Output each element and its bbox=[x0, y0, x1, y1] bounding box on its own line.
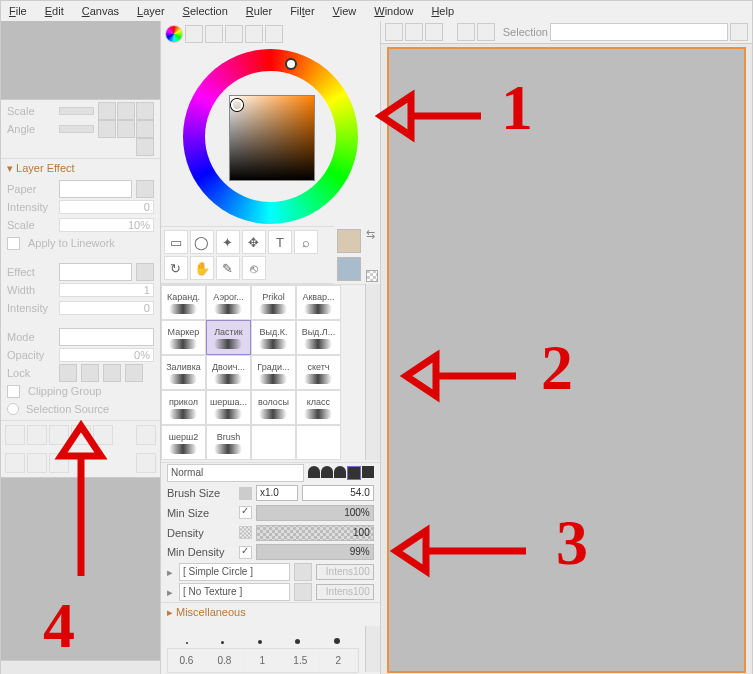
size-preset-scrollbar[interactable] bbox=[365, 626, 380, 672]
flatten-icon[interactable] bbox=[27, 453, 47, 473]
density-value[interactable]: 100 bbox=[256, 525, 374, 541]
new-folder-icon[interactable] bbox=[49, 425, 69, 445]
duplicate-icon[interactable] bbox=[136, 453, 156, 473]
min-size-value[interactable]: 100% bbox=[256, 505, 374, 521]
brush-size-pressure-toggle[interactable] bbox=[239, 487, 252, 500]
clear-icon[interactable] bbox=[93, 425, 113, 445]
scale2-input[interactable]: 10% bbox=[59, 218, 154, 232]
min-density-pressure-toggle[interactable] bbox=[239, 546, 252, 559]
lock-pixel-icon[interactable] bbox=[81, 364, 99, 382]
eyedropper-tool[interactable]: ✎ bbox=[216, 256, 240, 280]
brush-скетч[interactable]: скетч bbox=[296, 355, 341, 390]
transparent-color-icon[interactable] bbox=[366, 270, 378, 282]
misc-header[interactable]: Miscellaneous bbox=[161, 602, 380, 622]
paper-select[interactable] bbox=[59, 180, 132, 198]
tip-shape-1[interactable] bbox=[308, 466, 320, 478]
brush-Каранд.[interactable]: Каранд. bbox=[161, 285, 206, 320]
intensity2-input[interactable]: 0 bbox=[59, 301, 154, 315]
swatches-mode-icon[interactable] bbox=[245, 25, 263, 43]
text-tool[interactable]: T bbox=[268, 230, 292, 254]
rotate-tool[interactable]: ↻ bbox=[164, 256, 188, 280]
layer-list[interactable] bbox=[1, 477, 160, 660]
angle-slider[interactable] bbox=[59, 125, 94, 133]
hsv-slider-mode-icon[interactable] bbox=[205, 25, 223, 43]
brush-класс[interactable]: класс bbox=[296, 390, 341, 425]
color-wheel[interactable] bbox=[183, 49, 358, 220]
size-preset-table[interactable]: 0.60.811.52 bbox=[167, 648, 359, 673]
selection-mode-icon[interactable] bbox=[477, 23, 495, 41]
brush-Выд.Л...[interactable]: Выд.Л... bbox=[296, 320, 341, 355]
tip-shape-3[interactable] bbox=[334, 466, 346, 478]
selection-next-icon[interactable] bbox=[730, 23, 748, 41]
layer-scroll[interactable] bbox=[1, 660, 160, 674]
menu-help[interactable]: Help bbox=[431, 5, 454, 17]
selection-tool-icon[interactable] bbox=[457, 23, 475, 41]
blend-mode-select[interactable]: Normal bbox=[167, 464, 304, 482]
texture-expand-icon[interactable]: ▸ bbox=[167, 586, 175, 599]
zoom-in-button[interactable] bbox=[136, 102, 154, 120]
rect-select-tool[interactable]: ▭ bbox=[164, 230, 188, 254]
opacity-input[interactable]: 0% bbox=[59, 348, 154, 362]
clipping-group-checkbox[interactable] bbox=[7, 385, 20, 398]
change-color-tool[interactable]: ⎋ bbox=[242, 256, 266, 280]
menu-ruler[interactable]: Ruler bbox=[246, 5, 272, 17]
menu-edit[interactable]: Edit bbox=[45, 5, 64, 17]
zoom-tool[interactable]: ⌕ bbox=[294, 230, 318, 254]
flip-h-button[interactable] bbox=[136, 138, 154, 156]
fg-color-swatch[interactable] bbox=[337, 229, 361, 253]
new-layer-icon[interactable] bbox=[5, 425, 25, 445]
scale-slider[interactable] bbox=[59, 107, 94, 115]
menu-window[interactable]: Window bbox=[374, 5, 413, 17]
zoom-fit-button[interactable] bbox=[117, 102, 135, 120]
merge-down-icon[interactable] bbox=[136, 425, 156, 445]
menu-view[interactable]: View bbox=[333, 5, 357, 17]
move-tool[interactable]: ✥ bbox=[242, 230, 266, 254]
brush-волосы[interactable]: волосы bbox=[251, 390, 296, 425]
brush-shape-select[interactable]: [ Simple Circle ] bbox=[179, 563, 290, 581]
size-preset-1.5[interactable]: 1.5 bbox=[282, 649, 320, 672]
paper-browse-button[interactable] bbox=[136, 180, 154, 198]
rotate-reset-button[interactable] bbox=[117, 120, 135, 138]
effect-browse-button[interactable] bbox=[136, 263, 154, 281]
mode-select[interactable] bbox=[59, 328, 154, 346]
shape-expand-icon[interactable]: ▸ bbox=[167, 566, 175, 579]
navigator-preview[interactable] bbox=[1, 21, 160, 100]
brush-шерш2[interactable]: шерш2 bbox=[161, 425, 206, 460]
new-linework-icon[interactable] bbox=[27, 425, 47, 445]
canvas[interactable] bbox=[387, 47, 746, 673]
width-input[interactable]: 1 bbox=[59, 283, 154, 297]
layer-effect-header[interactable]: Layer Effect bbox=[1, 158, 160, 178]
hand-tool[interactable]: ✋ bbox=[190, 256, 214, 280]
lock-none-icon[interactable] bbox=[59, 364, 77, 382]
menu-filter[interactable]: Filter bbox=[290, 5, 314, 17]
brush-Гради...[interactable]: Гради... bbox=[251, 355, 296, 390]
brush-прикол[interactable]: прикол bbox=[161, 390, 206, 425]
tip-shape-4[interactable] bbox=[347, 466, 361, 480]
brush-texture-select[interactable]: [ No Texture ] bbox=[179, 583, 290, 601]
size-preset-0.8[interactable]: 0.8 bbox=[206, 649, 244, 672]
deselect-icon[interactable] bbox=[385, 23, 403, 41]
menu-canvas[interactable]: Canvas bbox=[82, 5, 119, 17]
brush-Аэрог...[interactable]: Аэрог... bbox=[206, 285, 251, 320]
size-preset-1[interactable]: 1 bbox=[244, 649, 282, 672]
colorwheel-mode-icon[interactable] bbox=[165, 25, 183, 43]
brush-Ластик[interactable]: Ластик bbox=[206, 320, 251, 355]
magic-wand-tool[interactable]: ✦ bbox=[216, 230, 240, 254]
selection-source-radio[interactable] bbox=[7, 403, 19, 415]
tip-shape-5[interactable] bbox=[362, 466, 374, 478]
delete-layer-icon[interactable] bbox=[49, 453, 69, 473]
zoom-out-button[interactable] bbox=[98, 102, 116, 120]
rotate-ccw-button[interactable] bbox=[98, 120, 116, 138]
swap-colors-icon[interactable]: ⇆ bbox=[366, 228, 378, 241]
transfer-down-icon[interactable] bbox=[5, 453, 25, 473]
rgb-slider-mode-icon[interactable] bbox=[185, 25, 203, 43]
size-preset-2[interactable]: 2 bbox=[320, 649, 358, 672]
brush-Маркер[interactable]: Маркер bbox=[161, 320, 206, 355]
lock-all-icon[interactable] bbox=[125, 364, 143, 382]
bg-color-swatch[interactable] bbox=[337, 257, 361, 281]
lock-move-icon[interactable] bbox=[103, 364, 121, 382]
size-preset-0.6[interactable]: 0.6 bbox=[168, 649, 206, 672]
min-density-value[interactable]: 99% bbox=[256, 544, 374, 560]
min-size-pressure-toggle[interactable] bbox=[239, 506, 252, 519]
show-selection-icon[interactable] bbox=[425, 23, 443, 41]
